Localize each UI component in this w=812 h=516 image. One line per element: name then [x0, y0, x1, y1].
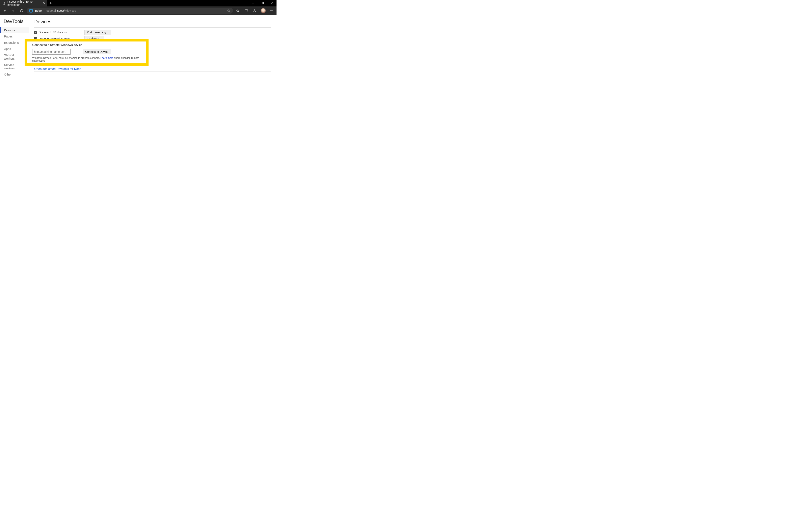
svg-point-4 [270, 10, 271, 11]
favorites-button[interactable] [234, 7, 241, 14]
window-close-icon[interactable] [267, 0, 277, 6]
remote-connect-hint: Windows Device Portal must be enabled in… [32, 57, 141, 62]
nav-forward-button[interactable] [10, 7, 17, 14]
titlebar: Inspect with Chrome Developer [0, 0, 277, 6]
remote-connect-heading: Connect to a remote Windows device [32, 43, 141, 47]
discover-usb-label[interactable]: Discover USB devices [34, 31, 81, 34]
window-controls [249, 0, 277, 6]
remote-address-input[interactable] [32, 49, 70, 55]
browser-tab[interactable]: Inspect with Chrome Developer [0, 0, 47, 6]
sidebar-title: DevTools [0, 19, 29, 27]
sidebar-item-extensions[interactable]: Extensions [0, 39, 29, 46]
sidebar-item-pages[interactable]: Pages [0, 33, 29, 39]
edge-logo-icon [29, 9, 33, 13]
remote-connect-highlight: Connect to a remote Windows device Conne… [25, 39, 148, 66]
tab-title: Inspect with Chrome Developer [7, 0, 41, 6]
address-browser-label: Edge [35, 9, 42, 12]
profile-menu-button[interactable] [251, 7, 258, 14]
node-devtools-row: Open dedicated DevTools for Node [34, 67, 271, 70]
address-url: edge://inspect/#devices [46, 9, 76, 12]
avatar[interactable] [260, 7, 267, 14]
collections-button[interactable] [243, 7, 250, 14]
sidebar-item-other[interactable]: Other [0, 71, 29, 78]
new-tab-button[interactable] [47, 0, 54, 6]
navbar: Edge | edge://inspect/#devices [0, 6, 277, 15]
svg-rect-0 [262, 3, 263, 4]
sidebar-item-devices[interactable]: Devices [0, 27, 29, 33]
discover-usb-checkbox[interactable] [34, 31, 37, 34]
port-forwarding-button[interactable]: Port forwarding... [84, 30, 111, 35]
sidebar-item-shared-workers[interactable]: Shared workers [0, 52, 29, 62]
svg-rect-1 [262, 2, 264, 4]
sidebar: DevTools Devices Pages Extensions Apps S… [0, 15, 29, 175]
address-separator: | [44, 9, 45, 12]
node-devtools-link[interactable]: Open dedicated DevTools for Node [34, 67, 81, 70]
address-bar[interactable]: Edge | edge://inspect/#devices [27, 8, 233, 14]
content-area: DevTools Devices Pages Extensions Apps S… [0, 15, 277, 175]
favorite-star-icon[interactable] [227, 9, 231, 12]
nav-back-button[interactable] [1, 7, 8, 14]
nav-refresh-button[interactable] [18, 7, 25, 14]
svg-point-3 [254, 9, 255, 11]
page-heading: Devices [34, 19, 271, 25]
window-maximize-icon[interactable] [258, 0, 267, 6]
sidebar-item-apps[interactable]: Apps [0, 46, 29, 52]
tab-close-icon[interactable] [43, 2, 45, 4]
divider [34, 27, 271, 28]
discover-usb-row: Discover USB devices Port forwarding... [34, 30, 271, 35]
svg-point-5 [271, 10, 272, 11]
page-icon [2, 2, 5, 5]
window-minimize-icon[interactable] [249, 0, 258, 6]
svg-point-6 [272, 10, 273, 11]
more-menu-button[interactable] [268, 7, 275, 14]
learn-more-link[interactable]: Learn more [100, 57, 113, 59]
sidebar-item-service-workers[interactable]: Service workers [0, 62, 29, 71]
connect-to-device-button[interactable]: Connect to Device [83, 49, 111, 54]
